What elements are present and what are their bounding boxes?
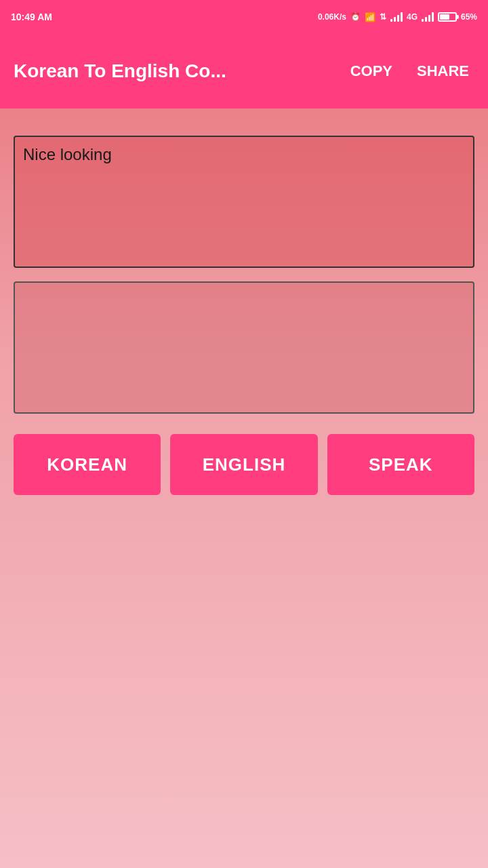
input-text-area[interactable] [14, 136, 474, 268]
app-bar: Korean To English Co... COPY SHARE [0, 34, 488, 108]
wifi-icon: 📶 [365, 12, 375, 22]
time-display: 10:49 AM [11, 12, 52, 22]
output-text-area [14, 281, 474, 414]
status-icons: 0.06K/s ⏰ 📶 ⇅ 4G 65% [318, 12, 477, 22]
signal-bars-icon [390, 12, 403, 22]
transfer-icon: ⇅ [380, 12, 386, 22]
status-bar: 10:49 AM 0.06K/s ⏰ 📶 ⇅ 4G 65% [0, 0, 488, 34]
english-button[interactable]: ENGLISH [170, 434, 317, 495]
main-content: KOREAN ENGLISH SPEAK [0, 108, 488, 509]
share-button[interactable]: SHARE [411, 57, 474, 85]
network-speed: 0.06K/s [318, 12, 346, 22]
signal-bars-2-icon [422, 12, 434, 22]
speak-button[interactable]: SPEAK [327, 434, 474, 495]
battery-icon [438, 12, 457, 22]
copy-button[interactable]: COPY [345, 57, 398, 85]
language-buttons: KOREAN ENGLISH SPEAK [14, 434, 474, 495]
app-bar-actions: COPY SHARE [345, 57, 474, 85]
alarm-icon: ⏰ [350, 12, 361, 22]
battery-percent: 65% [461, 12, 477, 22]
korean-button[interactable]: KOREAN [14, 434, 161, 495]
app-title: Korean To English Co... [14, 60, 345, 82]
status-time: 10:49 AM [11, 12, 52, 22]
network-type: 4G [407, 12, 418, 22]
